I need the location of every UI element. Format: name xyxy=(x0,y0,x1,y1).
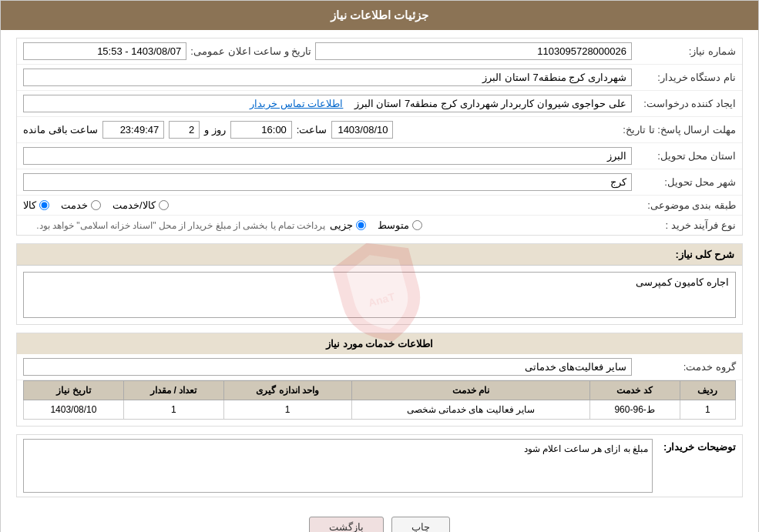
purchase-notice: پرداخت تمام یا بخشی از مبلغ خریدار از مح… xyxy=(23,220,326,231)
need-description-value: اجاره کامیون کمپرسی xyxy=(23,272,736,318)
province-label: استان محل تحویل: xyxy=(636,150,736,162)
print-button[interactable]: چاپ xyxy=(391,517,450,532)
need-number-label: شماره نیاز: xyxy=(636,45,736,57)
requester-org-label: نام دستگاه خریدار: xyxy=(636,72,736,83)
requester-org-row: نام دستگاه خریدار: شهرداری کرج منطقه7 اس… xyxy=(17,65,742,91)
page-title: جزئیات اطلاعات نیاز xyxy=(1,1,758,30)
reply-deadline-label: مهلت ارسال پاسخ: تا تاریخ: xyxy=(623,124,736,136)
category-radio-khadamat[interactable] xyxy=(91,200,101,210)
col-header-row: ردیف xyxy=(680,381,735,400)
province-row: استان محل تحویل: البرز xyxy=(17,143,742,169)
cell-unit-1: 1 xyxy=(223,400,351,420)
buyer-description-value: مبلغ به ازای هر ساعت اعلام شود xyxy=(23,439,653,493)
category-label: طبقه بندی موضوعی: xyxy=(636,199,736,211)
back-button[interactable]: بازگشت xyxy=(309,517,384,532)
reply-days-value: 2 xyxy=(169,121,200,139)
city-label: شهر محل تحویل: xyxy=(636,176,736,188)
cell-row-1: 1 xyxy=(680,400,735,420)
category-option-khadamat[interactable]: خدمت xyxy=(61,199,101,211)
buyer-description-label: توضیحات خریدار: xyxy=(659,439,736,453)
reply-time-label: ساعت: xyxy=(297,124,327,136)
city-value: کرج xyxy=(23,173,632,191)
cell-code-1: ط-96-960 xyxy=(589,400,680,420)
purchase-radio-jozi[interactable] xyxy=(356,220,366,230)
need-description-section: شرح کلی نیاز: اجاره کامیون کمپرسی xyxy=(16,243,743,325)
col-header-date: تاریخ نیاز xyxy=(24,381,124,400)
purchase-type-row: نوع فرآیند خرید : متوسط جزیی پرداخت تمام… xyxy=(17,216,742,235)
service-group-label: گروه خدمت: xyxy=(636,361,736,373)
purchase-type-options: متوسط جزیی xyxy=(330,219,633,231)
cell-qty-1: 1 xyxy=(123,400,223,420)
col-header-unit: واحد اندازه گیری xyxy=(223,381,351,400)
category-options: کالا/خدمت خدمت کالا xyxy=(23,199,632,211)
service-table: ردیف کد خدمت نام خدمت واحد اندازه گیری ت… xyxy=(23,380,736,420)
category-radio-kala-khadamat[interactable] xyxy=(159,200,169,210)
purchase-type-motovaset[interactable]: متوسط xyxy=(378,219,422,231)
city-row: شهر محل تحویل: کرج xyxy=(17,169,742,196)
col-header-name: نام خدمت xyxy=(351,381,589,400)
service-section-title: اطلاعات خدمات مورد نیاز xyxy=(17,333,742,354)
creator-value: علی حواجوی شیروان کاربردار شهرداری کرج م… xyxy=(23,95,632,112)
requester-org-value: شهرداری کرج منطقه7 استان البرز xyxy=(23,69,632,86)
purchase-radio-motovaset[interactable] xyxy=(412,220,422,230)
reply-days-label: روز و xyxy=(204,124,226,136)
cell-name-1: سایر فعالیت های خدماتی شخصی xyxy=(351,400,589,420)
service-group-value: سایر فعالیت‌های خدماتی xyxy=(23,358,632,376)
main-info-section: شماره نیاز: 1103095728000026 تاریخ و ساع… xyxy=(16,38,743,236)
buttons-row: چاپ بازگشت xyxy=(16,505,743,532)
remaining-label: ساعت باقی مانده xyxy=(23,124,98,136)
creator-row: ایجاد کننده درخواست: علی حواجوی شیروان ک… xyxy=(17,91,742,117)
reply-date-value: 1403/08/10 xyxy=(331,121,393,139)
category-option-kala-khadamat[interactable]: کالا/خدمت xyxy=(113,199,169,211)
service-info-section: اطلاعات خدمات مورد نیاز گروه خدمت: سایر … xyxy=(16,333,743,427)
need-description-title: شرح کلی نیاز: xyxy=(17,244,742,266)
buyer-description-section: توضیحات خریدار: مبلغ به ازای هر ساعت اعل… xyxy=(16,434,743,497)
table-row: 1 ط-96-960 سایر فعالیت های خدماتی شخصی 1… xyxy=(24,400,736,420)
contact-link[interactable]: اطلاعات تماس خریدار xyxy=(250,98,343,109)
category-label-kala: کالا xyxy=(23,199,36,211)
province-value: البرز xyxy=(23,147,632,165)
datetime-value: 1403/08/07 - 15:53 xyxy=(23,42,186,60)
datetime-label: تاریخ و ساعت اعلان عمومی: xyxy=(190,45,311,57)
reply-time-value: 16:00 xyxy=(230,121,292,139)
service-group-row: گروه خدمت: سایر فعالیت‌های خدماتی xyxy=(17,354,742,380)
reply-deadline-row: مهلت ارسال پاسخ: تا تاریخ: 1403/08/10 سا… xyxy=(17,117,742,143)
purchase-label-motovaset: متوسط xyxy=(378,219,409,231)
category-row: طبقه بندی موضوعی: کالا/خدمت خدمت کالا xyxy=(17,196,742,216)
cell-date-1: 1403/08/10 xyxy=(24,400,124,420)
category-option-kala[interactable]: کالا xyxy=(23,199,49,211)
buyer-desc-row: توضیحات خریدار: مبلغ به ازای هر ساعت اعل… xyxy=(17,435,742,497)
category-label-khadamat: خدمت xyxy=(61,199,88,211)
purchase-label-jozi: جزیی xyxy=(330,219,353,231)
service-table-container: ردیف کد خدمت نام خدمت واحد اندازه گیری ت… xyxy=(17,380,742,426)
category-radio-kala[interactable] xyxy=(39,200,49,210)
col-header-qty: تعداد / مقدار xyxy=(123,381,223,400)
need-number-row: شماره نیاز: 1103095728000026 تاریخ و ساع… xyxy=(17,38,742,65)
creator-label: ایجاد کننده درخواست: xyxy=(636,98,736,109)
col-header-code: کد خدمت xyxy=(589,381,680,400)
need-number-value: 1103095728000026 xyxy=(315,42,632,60)
purchase-type-jozi[interactable]: جزیی xyxy=(330,219,366,231)
countdown-value: 23:49:47 xyxy=(102,121,164,139)
purchase-type-label: نوع فرآیند خرید : xyxy=(636,219,736,231)
category-label-kala-khadamat: کالا/خدمت xyxy=(113,199,156,211)
